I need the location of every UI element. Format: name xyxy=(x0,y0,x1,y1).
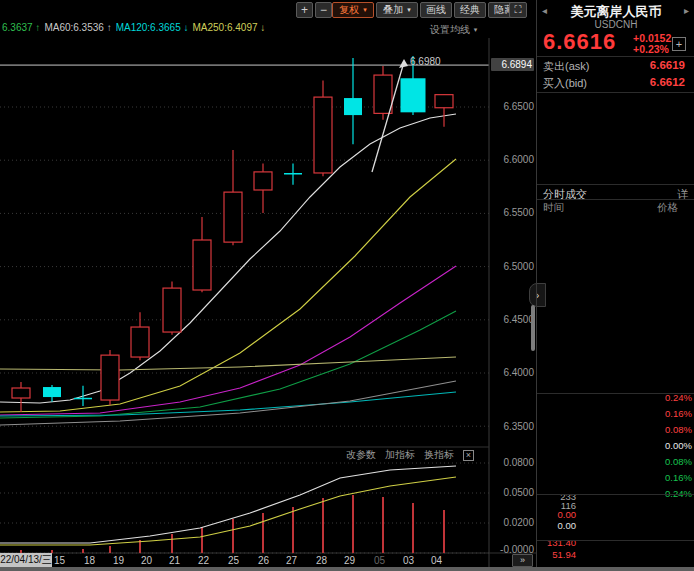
intraday-percent-label: 0.16% xyxy=(656,472,692,483)
candle[interactable] xyxy=(193,217,211,292)
intraday-percent-label: 0.16% xyxy=(656,408,692,419)
window-bottom-edge xyxy=(0,567,694,571)
date-label: 25 xyxy=(228,555,239,566)
date-label: 03 xyxy=(403,555,414,566)
trading-app-window: 6.6980 + − 复权 ▾叠加 ▾画线经典隐藏»⛶ 6.3637 ↑MA60… xyxy=(0,0,694,571)
classic-button[interactable]: 经典 xyxy=(454,2,486,18)
date-label: 19 xyxy=(113,555,124,566)
candle[interactable] xyxy=(224,150,242,245)
ma-gray xyxy=(0,381,456,425)
panel-scrollbar[interactable] xyxy=(531,305,535,351)
bid-row: 买入(bid) 6.6612 xyxy=(537,74,694,91)
price-axis-label: 6.6500 xyxy=(491,101,534,112)
zoom-in-button[interactable]: + xyxy=(296,2,313,18)
ask-label: 卖出(ask) xyxy=(543,59,589,74)
price-axis-label: 6.3500 xyxy=(491,421,534,432)
ask-price: 6.6619 xyxy=(650,59,685,71)
intraday-percent-label: 0.24% xyxy=(656,392,692,403)
ma-legend: 6.3637 ↑MA60:6.3536 ↑MA120:6.3665 ↓MA250… xyxy=(2,22,269,36)
indicator-axis-label: 0.0500 xyxy=(491,487,534,498)
date-label: 18 xyxy=(84,555,95,566)
ma-legend-item: MA120:6.3665 ↓ xyxy=(116,22,189,33)
candle[interactable] xyxy=(314,80,332,176)
date-cursor-box: 22/04/13/三 xyxy=(0,553,52,567)
last-price: 6.6616 xyxy=(543,29,616,55)
add-to-watchlist-button[interactable]: + xyxy=(672,37,686,51)
fullscreen-button[interactable]: ⛶ xyxy=(509,2,527,18)
date-label: 22 xyxy=(198,555,209,566)
indicator-links: 改参数加指标换指标× xyxy=(346,448,483,462)
intraday-percent-label: 0.08% xyxy=(656,456,692,467)
macd-dea-line xyxy=(0,477,456,545)
candle[interactable] xyxy=(131,312,149,360)
ma-settings-button[interactable]: 设置均线 ▾ xyxy=(430,23,477,37)
close-indicator-icon[interactable]: × xyxy=(463,450,474,461)
zoom-out-button[interactable]: − xyxy=(315,2,332,18)
price-axis-label: 6.5000 xyxy=(491,261,534,272)
candle[interactable] xyxy=(163,281,181,334)
switch-indicator-link[interactable]: 换指标 xyxy=(424,449,454,460)
chevron-down-icon: ▾ xyxy=(363,6,367,13)
price-axis-label: 6.4000 xyxy=(491,367,534,378)
bid-label: 买入(bid) xyxy=(543,76,587,91)
indicator-axis-label: 131.40 xyxy=(536,537,576,548)
chevron-down-icon: ▾ xyxy=(474,26,478,33)
price-axis-label: 6.5500 xyxy=(491,207,534,218)
date-label: 05 xyxy=(374,555,385,566)
candle[interactable] xyxy=(435,94,453,127)
candle[interactable] xyxy=(43,385,61,402)
price-axis-label: 6.4500 xyxy=(491,314,534,325)
ma-green xyxy=(0,311,456,418)
date-label: 28 xyxy=(316,555,327,566)
candle[interactable] xyxy=(101,350,119,405)
ma-legend-item: 6.3637 ↑ xyxy=(2,22,40,33)
candle[interactable] xyxy=(344,58,362,144)
column-time: 时间 xyxy=(543,201,564,215)
main-candlestick-chart[interactable]: 6.6980 xyxy=(0,0,536,567)
date-label: 04 xyxy=(431,555,442,566)
oscillator-axis-label: 0.00 xyxy=(536,520,576,531)
bid-price: 6.6612 xyxy=(650,76,685,88)
price-axis-label: 6.6000 xyxy=(491,154,534,165)
ma120-cyan xyxy=(0,392,456,416)
change-params-link[interactable]: 改参数 xyxy=(346,449,376,460)
quote-panel: ◂ ▸ 美元离岸人民币 USDCNH 6.6616 +0.0152 +0.23%… xyxy=(536,0,694,571)
ma-settings-label: 设置均线 xyxy=(430,24,470,35)
indicator-axis-label: 51.94 xyxy=(536,549,576,560)
overlay-button[interactable]: 叠加 ▾ xyxy=(376,2,418,18)
column-price: 价格 xyxy=(657,201,678,215)
indicator-axis-label: 0.0800 xyxy=(491,457,534,468)
ask-row: 卖出(ask) 6.6619 xyxy=(537,57,694,74)
ma250-khaki xyxy=(0,357,456,370)
date-label: 26 xyxy=(258,555,269,566)
volume-axis-label: 0.00 xyxy=(536,509,576,520)
date-label: 29 xyxy=(344,555,355,566)
date-label: 27 xyxy=(286,555,297,566)
candle[interactable] xyxy=(12,382,30,412)
ma-magenta xyxy=(0,266,456,415)
date-label: 15 xyxy=(54,555,65,566)
price-axis-label: 6.6894 xyxy=(491,58,534,71)
ma-legend-item: MA60:6.3536 ↑ xyxy=(44,22,111,33)
intraday-percent-label: 0.00% xyxy=(656,440,692,451)
draw-line-button[interactable]: 画线 xyxy=(420,2,452,18)
ma-legend-item: MA250:6.4097 ↓ xyxy=(192,22,265,33)
fuquan-button[interactable]: 复权 ▾ xyxy=(332,2,374,18)
date-label: 20 xyxy=(141,555,152,566)
candle[interactable] xyxy=(254,163,272,213)
scroll-right-button[interactable]: » xyxy=(512,554,533,567)
intraday-percent-label: 0.08% xyxy=(656,424,692,435)
high-annotation: 6.6980 xyxy=(410,56,441,67)
indicator-axis-label: 0.0200 xyxy=(491,517,534,528)
candle[interactable] xyxy=(284,163,302,184)
price-change-percent: +0.23% xyxy=(633,43,669,55)
chevron-down-icon: ▾ xyxy=(407,6,411,13)
date-label: 21 xyxy=(169,555,180,566)
candle[interactable] xyxy=(74,386,92,406)
arrowhead-icon xyxy=(399,59,408,68)
add-indicator-link[interactable]: 加指标 xyxy=(385,449,415,460)
